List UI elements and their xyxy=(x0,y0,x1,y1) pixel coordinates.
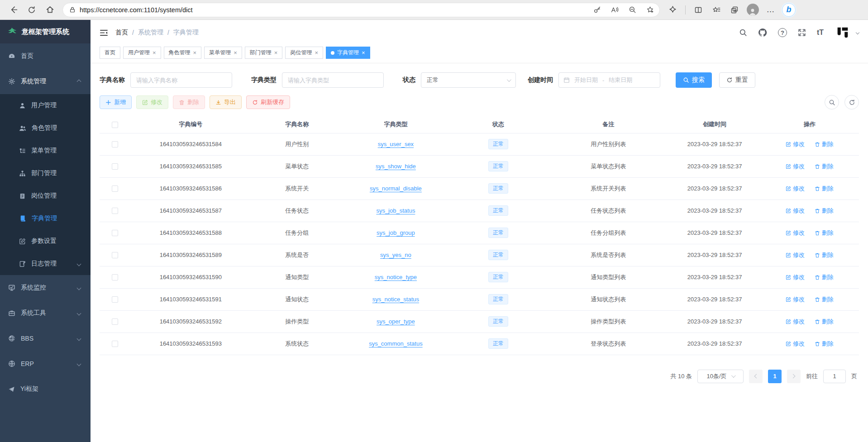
goto-page-input[interactable] xyxy=(823,370,846,383)
fullscreen-button[interactable] xyxy=(798,29,806,37)
user-menu-caret-icon[interactable] xyxy=(856,31,859,34)
row-checkbox[interactable] xyxy=(112,208,118,214)
row-edit-button[interactable]: 修改 xyxy=(786,229,805,237)
close-tab-icon[interactable]: × xyxy=(193,50,197,56)
collections-button[interactable] xyxy=(726,2,743,18)
sidebar-item-yi-framework[interactable]: Yi框架 xyxy=(0,376,91,402)
row-delete-button[interactable]: 删除 xyxy=(815,340,834,348)
row-delete-button[interactable]: 删除 xyxy=(815,185,834,193)
current-page-button[interactable]: 1 xyxy=(768,370,782,383)
sidebar-item-user[interactable]: 用户管理 xyxy=(0,94,91,117)
row-delete-button[interactable]: 删除 xyxy=(815,140,834,148)
dict-type-link[interactable]: sys_notice_status xyxy=(372,296,419,303)
browser-refresh-button[interactable] xyxy=(24,2,40,18)
sidebar-item-menu[interactable]: 菜单管理 xyxy=(0,139,91,162)
close-tab-icon[interactable]: × xyxy=(274,50,278,56)
row-edit-button[interactable]: 修改 xyxy=(786,273,805,281)
row-delete-button[interactable]: 删除 xyxy=(815,318,834,326)
dict-type-link[interactable]: sys_user_sex xyxy=(378,141,414,147)
sidebar-item-config[interactable]: 参数设置 xyxy=(0,230,91,252)
row-checkbox[interactable] xyxy=(112,141,118,147)
tab-home[interactable]: 首页 xyxy=(100,47,120,59)
dict-type-link[interactable]: sys_job_group xyxy=(377,229,415,236)
dict-type-link[interactable]: sys_oper_type xyxy=(377,318,415,325)
row-checkbox[interactable] xyxy=(112,341,118,347)
sidebar-item-erp[interactable]: ERP xyxy=(0,351,91,376)
row-delete-button[interactable]: 删除 xyxy=(815,229,834,237)
row-delete-button[interactable]: 删除 xyxy=(815,273,834,281)
row-edit-button[interactable]: 修改 xyxy=(786,162,805,171)
tab-user[interactable]: 用户管理 × xyxy=(123,47,161,59)
reset-button[interactable]: 重置 xyxy=(719,72,755,88)
sidebar-item-post[interactable]: 岗位管理 xyxy=(0,185,91,207)
font-size-button[interactable]: tT xyxy=(817,29,824,37)
toggle-search-button[interactable] xyxy=(825,95,839,109)
tab-dict-active[interactable]: 字典管理 × xyxy=(326,47,370,59)
tab-post[interactable]: 岗位管理 × xyxy=(285,47,323,59)
sidebar-item-dict[interactable]: 字典管理 xyxy=(0,207,91,230)
prev-page-button[interactable] xyxy=(749,370,763,383)
app-brand[interactable]: 意框架管理系统 xyxy=(0,20,91,43)
tab-dept[interactable]: 部门管理 × xyxy=(245,47,283,59)
row-checkbox[interactable] xyxy=(112,296,118,303)
collapse-sidebar-button[interactable] xyxy=(100,29,108,37)
help-button[interactable]: ? xyxy=(778,28,787,37)
row-checkbox[interactable] xyxy=(112,163,118,170)
header-search-button[interactable] xyxy=(739,29,747,37)
page-size-select[interactable]: 10条/页 xyxy=(697,370,744,383)
dict-type-link[interactable]: sys_normal_disable xyxy=(370,185,422,192)
browser-settings-button[interactable]: … xyxy=(763,2,779,18)
row-edit-button[interactable]: 修改 xyxy=(786,318,805,326)
row-checkbox[interactable] xyxy=(112,318,118,325)
edit-button[interactable]: 修改 xyxy=(136,95,168,109)
row-delete-button[interactable]: 删除 xyxy=(815,207,834,215)
row-delete-button[interactable]: 删除 xyxy=(815,295,834,304)
bing-chat-button[interactable]: b xyxy=(781,2,797,18)
row-checkbox[interactable] xyxy=(112,185,118,192)
close-tab-icon[interactable]: × xyxy=(315,50,318,56)
row-edit-button[interactable]: 修改 xyxy=(786,295,805,304)
row-checkbox[interactable] xyxy=(112,274,118,280)
sidebar-item-system[interactable]: 系统管理 xyxy=(0,69,91,94)
row-checkbox[interactable] xyxy=(112,252,118,258)
favorites-button[interactable] xyxy=(708,2,725,18)
refresh-table-button[interactable] xyxy=(844,95,859,109)
dict-type-link[interactable]: sys_show_hide xyxy=(376,163,416,170)
breadcrumb-system[interactable]: 系统管理 xyxy=(138,29,163,37)
zoom-out-button[interactable] xyxy=(625,4,639,16)
user-logo[interactable] xyxy=(835,24,851,41)
refresh-cache-button[interactable]: 刷新缓存 xyxy=(246,95,290,109)
tab-menu[interactable]: 菜单管理 × xyxy=(204,47,242,59)
dict-type-link[interactable]: sys_common_status xyxy=(369,340,423,347)
sidebar-item-log[interactable]: 日志管理 xyxy=(0,252,91,275)
address-bar[interactable]: https://ccnetcore.com:1101/system/dict xyxy=(62,3,660,17)
split-screen-button[interactable] xyxy=(690,2,706,18)
row-delete-button[interactable]: 删除 xyxy=(815,251,834,259)
next-page-button[interactable] xyxy=(787,370,801,383)
password-manager-button[interactable] xyxy=(590,4,604,16)
dict-type-link[interactable]: sys_job_status xyxy=(376,207,415,214)
row-edit-button[interactable]: 修改 xyxy=(786,185,805,193)
date-range-picker[interactable]: 开始日期 - 结束日期 xyxy=(558,72,660,88)
export-button[interactable]: 导出 xyxy=(210,95,242,109)
sidebar-item-dept[interactable]: 部门管理 xyxy=(0,162,91,185)
sidebar-item-monitor[interactable]: 系统监控 xyxy=(0,275,91,300)
close-tab-icon[interactable]: × xyxy=(234,50,237,56)
search-button[interactable]: 搜索 xyxy=(676,72,712,88)
close-tab-icon[interactable]: × xyxy=(362,50,365,56)
sidebar-item-home[interactable]: 首页 xyxy=(0,43,91,69)
dict-type-link[interactable]: sys_yes_no xyxy=(380,252,411,258)
row-edit-button[interactable]: 修改 xyxy=(786,251,805,259)
row-delete-button[interactable]: 删除 xyxy=(815,162,834,171)
status-select[interactable]: 正常 xyxy=(421,72,516,88)
sidebar-item-bbs[interactable]: BBS xyxy=(0,326,91,351)
add-favorite-button[interactable] xyxy=(643,4,657,16)
breadcrumb-home[interactable]: 首页 xyxy=(115,29,128,37)
dict-type-input[interactable] xyxy=(282,72,384,88)
browser-home-button[interactable] xyxy=(42,2,58,18)
close-tab-icon[interactable]: × xyxy=(153,50,156,56)
browser-back-button[interactable] xyxy=(5,2,22,18)
row-edit-button[interactable]: 修改 xyxy=(786,340,805,348)
browser-extensions-button[interactable] xyxy=(664,2,681,18)
add-button[interactable]: 新增 xyxy=(100,95,132,109)
